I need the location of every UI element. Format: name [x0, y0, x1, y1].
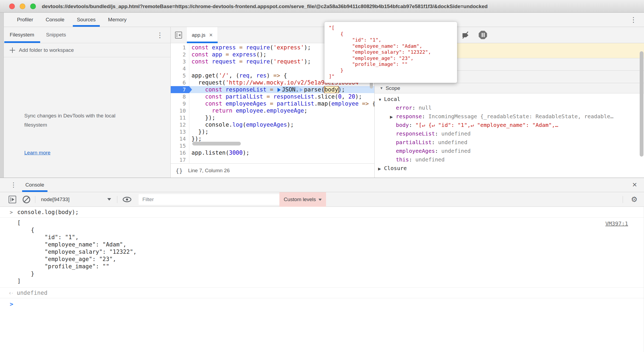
code-line: 17 [171, 156, 374, 163]
line-number[interactable]: 8 [171, 93, 189, 100]
code-line: 8 const partialList = responseList.slice… [171, 93, 374, 100]
code-line: 7 const responseList = JSON.parse(body); [171, 86, 374, 93]
plus-icon [10, 48, 15, 53]
tab-app-js[interactable]: app.js × [187, 27, 218, 43]
gear-icon[interactable] [631, 195, 638, 204]
close-tab-icon[interactable]: × [209, 32, 213, 38]
console-command-row: console.log(body); [0, 207, 644, 218]
learn-more-link[interactable]: Learn more [24, 150, 50, 156]
console-output-json: [ { "id": "1", "employee_name": "Adam", … [17, 219, 644, 285]
zoom-window-button[interactable] [30, 4, 36, 9]
console-toolbar: node[94733] Custom levels [0, 192, 644, 207]
line-number[interactable]: 11 [171, 114, 189, 121]
tab-profiler[interactable]: Profiler [11, 13, 39, 27]
code-text[interactable] [189, 156, 374, 163]
code-text[interactable]: console.log(employeeAges); [189, 121, 374, 128]
window-titlebar: devtools://devtools/bundled/js_app.html?… [0, 0, 644, 13]
navigator-panel: Filesystem Snippets Add folder to worksp… [4, 27, 171, 178]
cursor-position: Line 7, Column 26 [188, 168, 230, 174]
chevron-down-icon[interactable]: ▼ [380, 86, 383, 90]
line-number[interactable]: 7 [171, 86, 189, 93]
collapse-sidebar-icon[interactable] [175, 32, 182, 39]
console-prompt[interactable] [0, 298, 644, 310]
variable-name: this [396, 156, 409, 163]
editor-tab-label: app.js [192, 32, 205, 38]
scope-row-responseList[interactable]: responseList: undefined [375, 129, 644, 138]
main-menu-icon[interactable] [630, 16, 637, 23]
live-expression-icon[interactable] [123, 197, 131, 202]
tab-sources[interactable]: Sources [71, 13, 102, 27]
console-sidebar-icon[interactable] [9, 196, 16, 203]
navigator-tab-bar: Filesystem Snippets [4, 27, 170, 43]
pretty-print-button[interactable]: {} [176, 167, 183, 174]
log-levels-dropdown[interactable]: Custom levels [279, 192, 326, 207]
scope-row-employeeAges[interactable]: employeeAges: undefined [375, 147, 644, 155]
scope-row-body[interactable]: body: "[↵ {↵ "id": "1",↵ "employee_name"… [375, 121, 644, 129]
console-header: Console × [0, 178, 644, 192]
line-number[interactable]: 1 [171, 44, 189, 51]
line-number[interactable]: 16 [171, 149, 189, 156]
scope-row-Closure[interactable]: ▶Closure [375, 164, 644, 172]
code-text[interactable]: app.listen(3000); [189, 149, 374, 156]
horizontal-scrollbar[interactable] [192, 142, 241, 145]
code-text[interactable]: const responseList = JSON.parse(body); [189, 86, 374, 93]
execution-context-selector[interactable]: node[94733] [41, 192, 70, 207]
source-location-link[interactable]: VM397:1 [605, 220, 628, 227]
line-number[interactable]: 5 [171, 72, 189, 79]
code-line: 14}); [171, 135, 374, 142]
tab-memory[interactable]: Memory [102, 13, 133, 27]
disclosure-arrow-icon[interactable]: ▼ [378, 95, 384, 103]
variable-name: body [396, 122, 409, 128]
line-number[interactable]: 17 [171, 156, 189, 163]
code-text[interactable]: return employee.employeeAge; [189, 107, 374, 114]
scope-row-partialList[interactable]: partialList: undefined [375, 138, 644, 147]
disclosure-arrow-icon[interactable]: ▶ [390, 113, 396, 121]
pause-on-exceptions-icon[interactable] [479, 31, 487, 39]
variable-name: partialList [396, 139, 431, 145]
line-number[interactable]: 14 [171, 135, 189, 142]
tab-console[interactable]: Console [39, 13, 71, 27]
line-number[interactable]: 2 [171, 51, 189, 58]
command-echo-icon [10, 209, 17, 215]
scope-row-response[interactable]: ▶response: IncomingMessage {_readableSta… [375, 112, 644, 121]
variable-value: undefined [415, 156, 444, 163]
clear-console-icon[interactable] [23, 196, 30, 203]
tab-filesystem[interactable]: Filesystem [10, 27, 40, 43]
line-number[interactable]: 3 [171, 58, 189, 65]
variable-value: undefined [441, 148, 471, 154]
tab-snippets[interactable]: Snippets [46, 27, 72, 43]
code-text[interactable]: }); [189, 128, 374, 135]
console-log-row: [ { "id": "1", "employee_name": "Adam", … [0, 218, 644, 288]
scope-tree: ▼Localerror: null▶response: IncomingMess… [375, 93, 644, 178]
line-number[interactable]: 15 [171, 142, 189, 149]
line-number[interactable]: 13 [171, 128, 189, 135]
line-number[interactable]: 9 [171, 100, 189, 107]
disclosure-arrow-icon[interactable]: ▶ [378, 164, 384, 172]
scope-row-Local[interactable]: ▼Local [375, 95, 644, 103]
code-text[interactable]: }); [189, 135, 374, 142]
scope-section-header[interactable]: ▼ Scope [375, 83, 644, 93]
drawer-menu-icon[interactable] [10, 182, 17, 188]
line-number[interactable]: 6 [171, 79, 189, 86]
value-preview-tooltip: "[ { "id": "1", "employee_name": "Adam",… [324, 22, 457, 83]
code-line: 12 console.log(employeeAges); [171, 121, 374, 128]
sidebar-scrollbar[interactable] [640, 51, 643, 157]
line-number[interactable]: 10 [171, 107, 189, 114]
close-drawer-icon[interactable]: × [632, 181, 637, 189]
filter-input[interactable] [139, 194, 279, 205]
scope-row-this[interactable]: this: undefined [375, 155, 644, 164]
navigator-menu-icon[interactable] [156, 32, 163, 39]
deactivate-breakpoints-icon[interactable] [461, 31, 470, 40]
tab-console-drawer[interactable]: Console [22, 178, 47, 192]
line-number[interactable]: 12 [171, 121, 189, 128]
scope-row-error[interactable]: error: null [375, 103, 644, 112]
line-number[interactable]: 4 [171, 65, 189, 72]
code-text[interactable]: }); [189, 114, 374, 121]
minimize-window-button[interactable] [20, 4, 25, 9]
add-folder-button[interactable]: Add folder to workspace [4, 43, 170, 57]
close-window-button[interactable] [9, 4, 15, 9]
code-text[interactable]: const partialList = responseList.slice(0… [189, 93, 374, 100]
code-text[interactable]: const employeeAges = partialList.map(emp… [189, 100, 374, 107]
console-drawer: Console × node[94733] Custom levels cons… [0, 178, 644, 352]
devtools-window: devtools://devtools/bundled/js_app.html?… [0, 0, 644, 352]
